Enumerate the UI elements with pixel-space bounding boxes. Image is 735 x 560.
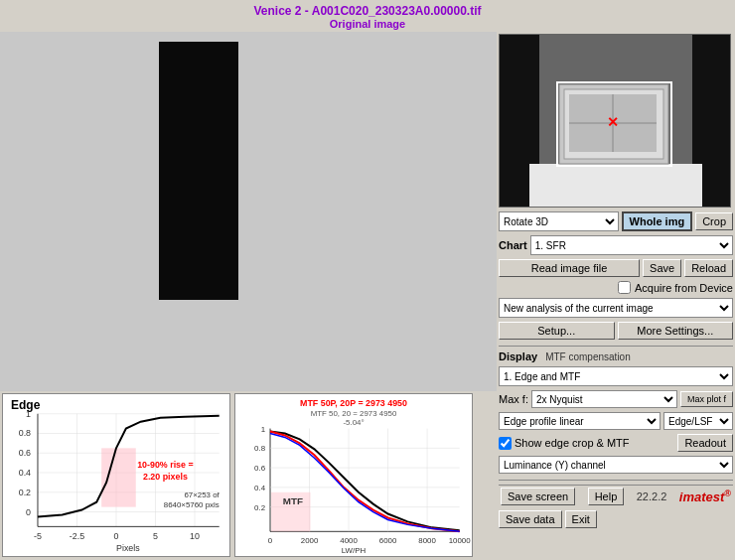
maxf-label: Max f: bbox=[499, 393, 528, 405]
chart-row: Chart 1. SFR bbox=[499, 235, 733, 255]
svg-text:-5.04°: -5.04° bbox=[343, 418, 364, 427]
svg-text:-5: -5 bbox=[34, 531, 42, 541]
luminance-row: Luminance (Y) channel bbox=[499, 456, 733, 474]
new-analysis-select[interactable]: New analysis of the current image bbox=[499, 298, 733, 318]
readout-button[interactable]: Readout bbox=[677, 434, 733, 452]
svg-text:10: 10 bbox=[190, 531, 200, 541]
svg-text:Pixels: Pixels bbox=[116, 543, 140, 553]
edge-lsf-select[interactable]: Edge/LSF bbox=[663, 412, 733, 430]
svg-rect-23 bbox=[101, 448, 136, 506]
svg-text:MTF 50P, 20P = 2973  4950: MTF 50P, 20P = 2973 4950 bbox=[300, 398, 407, 408]
title-bar: Venice 2 - A001C020_230323A0.00000.tif O… bbox=[0, 0, 735, 32]
show-edge-label: Show edge crop & MTF bbox=[514, 437, 674, 449]
right-panel: ✕ Rotate 3D Whole img Crop Chart bbox=[497, 32, 735, 560]
acquire-label: Acquire from Device bbox=[635, 282, 733, 294]
divider2 bbox=[499, 480, 733, 481]
svg-text:8000: 8000 bbox=[418, 536, 436, 545]
whole-img-button[interactable]: Whole img bbox=[622, 211, 693, 231]
left-panel: Edge bbox=[0, 32, 497, 560]
acquire-checkbox[interactable] bbox=[618, 281, 631, 294]
display-label: Display bbox=[499, 350, 537, 362]
help-button[interactable]: Help bbox=[588, 488, 625, 505]
setup-row: Setup... More Settings... bbox=[499, 322, 733, 340]
svg-text:1: 1 bbox=[26, 409, 31, 419]
mtf-comp-label: MTF compensation bbox=[545, 351, 631, 362]
display-row: Display MTF compensation bbox=[499, 350, 733, 362]
mtf-chart: MTF 50P, 20P = 2973 4950 MTF 50, 20 = 29… bbox=[234, 393, 473, 557]
thumbnail-area: ✕ bbox=[499, 34, 731, 208]
svg-text:10000: 10000 bbox=[449, 536, 472, 545]
save-data-button[interactable]: Save data bbox=[499, 510, 562, 528]
setup-button[interactable]: Setup... bbox=[499, 322, 615, 340]
svg-text:0.4: 0.4 bbox=[254, 484, 266, 492]
svg-text:2000: 2000 bbox=[301, 536, 319, 545]
svg-text:8640×5760 pxls: 8640×5760 pxls bbox=[164, 500, 220, 509]
bottom-charts: Edge bbox=[0, 391, 497, 560]
maxf-row: Max f: 2x Nyquist Max plot f bbox=[499, 390, 733, 408]
max-plot-button[interactable]: Max plot f bbox=[680, 391, 733, 407]
save-button[interactable]: Save bbox=[643, 259, 681, 277]
file-title: Venice 2 - A001C020_230323A0.00000.tif bbox=[0, 4, 735, 18]
svg-text:MTF 50, 20 = 2973  4950: MTF 50, 20 = 2973 4950 bbox=[311, 409, 397, 418]
svg-text:2.20 pixels: 2.20 pixels bbox=[143, 472, 188, 482]
svg-rect-60 bbox=[529, 164, 702, 208]
acquire-row: Acquire from Device bbox=[499, 281, 733, 294]
chart-select[interactable]: 1. SFR bbox=[530, 235, 733, 255]
svg-text:0.8: 0.8 bbox=[19, 428, 31, 438]
crop-button[interactable]: Crop bbox=[695, 212, 733, 230]
svg-text:0.6: 0.6 bbox=[19, 448, 31, 458]
svg-text:4000: 4000 bbox=[340, 536, 358, 545]
edge-profile-row: Edge profile linear Edge/LSF bbox=[499, 412, 733, 430]
svg-text:0.2: 0.2 bbox=[19, 488, 31, 497]
original-image-area bbox=[0, 32, 497, 391]
svg-text:1: 1 bbox=[261, 425, 265, 434]
rotate-row: Rotate 3D Whole img Crop bbox=[499, 211, 733, 231]
exit-button[interactable]: Exit bbox=[565, 510, 597, 528]
svg-text:67×253 of: 67×253 of bbox=[184, 490, 220, 499]
show-edge-checkbox[interactable] bbox=[499, 437, 512, 450]
svg-text:6000: 6000 bbox=[379, 536, 397, 545]
divider1 bbox=[499, 346, 733, 347]
svg-text:0: 0 bbox=[268, 536, 273, 545]
image-black-bar bbox=[159, 42, 238, 300]
svg-text:0: 0 bbox=[114, 531, 119, 541]
svg-text:✕: ✕ bbox=[607, 114, 619, 130]
reload-button[interactable]: Reload bbox=[684, 259, 733, 277]
svg-text:-2.5: -2.5 bbox=[70, 531, 84, 541]
edge-profile-select[interactable]: Edge profile linear bbox=[499, 412, 661, 430]
file-buttons-row: Read image file Save Reload bbox=[499, 259, 733, 277]
svg-text:LW/PH: LW/PH bbox=[342, 546, 367, 555]
chart-label: Chart bbox=[499, 239, 527, 251]
maxf-select[interactable]: 2x Nyquist bbox=[531, 390, 677, 408]
read-image-button[interactable]: Read image file bbox=[499, 259, 640, 277]
rotate-select[interactable]: Rotate 3D bbox=[499, 211, 619, 231]
image-subtitle: Original image bbox=[0, 18, 735, 30]
svg-text:0.4: 0.4 bbox=[19, 468, 31, 478]
imatest-logo: imatest® bbox=[679, 489, 731, 504]
more-settings-button[interactable]: More Settings... bbox=[618, 322, 734, 340]
display-select[interactable]: 1. Edge and MTF bbox=[499, 366, 733, 386]
svg-text:0.6: 0.6 bbox=[254, 464, 266, 473]
new-analysis-row: New analysis of the current image bbox=[499, 298, 733, 318]
svg-text:10-90% rise =: 10-90% rise = bbox=[137, 460, 194, 470]
svg-text:0.8: 0.8 bbox=[254, 444, 266, 453]
save-screen-button[interactable]: Save screen bbox=[501, 488, 575, 505]
save-data-row: Save data Exit bbox=[499, 510, 733, 528]
bottom-buttons-row: Save screen Help 22.2.2 imatest® bbox=[499, 485, 733, 507]
edge-chart: Edge bbox=[2, 393, 230, 557]
svg-text:MTF: MTF bbox=[283, 495, 303, 506]
version-text: 22.2.2 bbox=[637, 490, 667, 502]
svg-text:0.2: 0.2 bbox=[254, 503, 265, 512]
show-edge-row: Show edge crop & MTF Readout bbox=[499, 434, 733, 452]
display-select-row: 1. Edge and MTF bbox=[499, 366, 733, 386]
svg-text:5: 5 bbox=[153, 531, 158, 541]
luminance-select[interactable]: Luminance (Y) channel bbox=[499, 456, 733, 474]
svg-text:0: 0 bbox=[26, 507, 31, 517]
controls-area: Rotate 3D Whole img Crop Chart 1. SFR Re… bbox=[499, 211, 733, 558]
